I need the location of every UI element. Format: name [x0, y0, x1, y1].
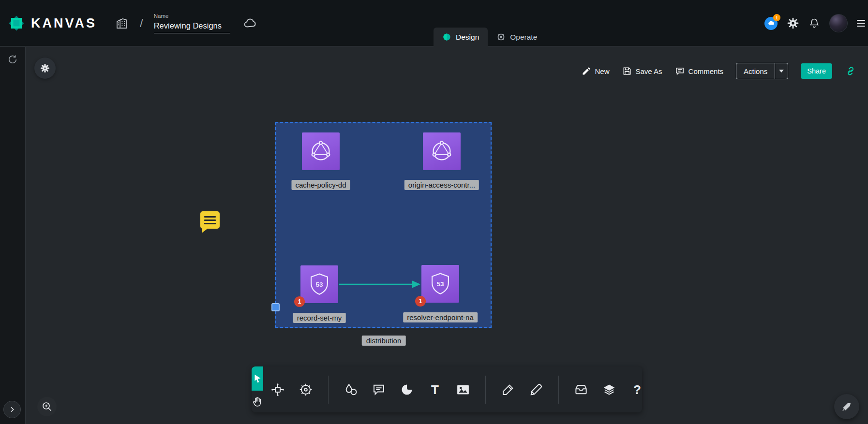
edge-arrow	[338, 277, 421, 294]
node-origin-access[interactable]: origin-access-contr...	[423, 132, 461, 170]
group-label: distribution	[362, 336, 406, 346]
flower-menu-button[interactable]	[34, 58, 56, 79]
node-label: origin-access-contr...	[404, 180, 479, 190]
notifications-bell-icon[interactable]	[808, 17, 820, 29]
cloudfront-icon	[429, 138, 455, 164]
toolbar-divider	[558, 376, 559, 404]
help-icon: ?	[633, 383, 641, 396]
user-count-badge: 1	[773, 14, 780, 21]
sticker-tool-button[interactable]	[399, 381, 415, 398]
new-button[interactable]: New	[582, 66, 610, 76]
selection-group[interactable]: cache-policy-dd origin-access-contr...	[275, 122, 492, 328]
settings-gear-icon[interactable]	[787, 17, 799, 29]
node-label: record-set-my	[293, 313, 346, 323]
comments-label: Comments	[688, 67, 724, 75]
caret-down-icon	[779, 70, 784, 73]
pencil-tool-icon	[529, 382, 543, 397]
kanvas-logo[interactable]: KANVAS	[7, 14, 97, 33]
menu-icon[interactable]	[857, 20, 865, 27]
node-resolver-endpoint[interactable]: 53 1 resolver-endpoint-na	[421, 265, 459, 303]
route53-icon: 53	[306, 271, 332, 297]
cloud-user-icon[interactable]: 1	[764, 17, 778, 30]
comment-tool-icon	[372, 382, 386, 397]
text-tool-icon: T	[431, 383, 439, 396]
flowchart-tool-button[interactable]	[269, 381, 286, 398]
toolbar-icons: T	[263, 366, 645, 412]
header-left: KANVAS / Name	[7, 0, 257, 46]
comment-marker[interactable]	[200, 211, 220, 229]
zoom-in-button[interactable]	[37, 397, 57, 416]
node-cache-policy[interactable]: cache-policy-dd	[302, 132, 340, 170]
image-tool-button[interactable]	[455, 381, 471, 398]
stylus-fab-button[interactable]	[834, 394, 859, 419]
pen-tool-button[interactable]	[500, 381, 516, 398]
flower-icon	[39, 62, 51, 74]
select-tool-button[interactable]	[252, 366, 263, 391]
layers-icon	[602, 382, 616, 397]
pan-hand-icon	[252, 396, 263, 408]
chevron-right-icon	[8, 405, 16, 414]
name-label: Name	[154, 13, 230, 19]
help-tool-button[interactable]: ?	[629, 381, 645, 398]
header-right: 1	[764, 0, 865, 46]
new-label: New	[595, 67, 610, 75]
breadcrumb-separator: /	[140, 16, 143, 30]
organization-icon[interactable]	[115, 17, 128, 30]
text-tool-button[interactable]: T	[427, 381, 443, 398]
cloud-icon[interactable]	[243, 16, 257, 30]
shapes-icon	[344, 382, 358, 397]
main-area: New Save As	[0, 47, 868, 424]
svg-text:53: 53	[436, 280, 444, 288]
pen-tool-icon	[501, 382, 515, 397]
share-label: Share	[807, 67, 826, 75]
sync-icon[interactable]	[7, 54, 18, 67]
pan-tool-button[interactable]	[252, 391, 263, 412]
tab-design[interactable]: Design	[434, 28, 488, 46]
image-tool-icon	[456, 382, 470, 397]
actions-button: Actions	[736, 63, 788, 79]
drawer-icon	[574, 382, 588, 397]
actions-dropdown-button[interactable]	[775, 63, 788, 79]
node-label: resolver-endpoint-na	[403, 312, 478, 322]
flowchart-icon	[270, 382, 285, 397]
design-tab-icon	[442, 32, 451, 42]
resize-handle[interactable]	[271, 303, 280, 311]
shapes-tool-button[interactable]	[343, 381, 359, 398]
avatar[interactable]	[829, 14, 848, 32]
stylus-icon	[840, 400, 853, 413]
shapes-toolbar: T	[252, 366, 642, 412]
svg-text:53: 53	[315, 281, 323, 288]
node-record-set[interactable]: 53 1 record-set-my	[300, 265, 338, 303]
node-issue-badge: 1	[415, 296, 426, 307]
mode-tabs: Design Operate	[434, 28, 546, 46]
logo-text: KANVAS	[31, 16, 97, 31]
kubernetes-helm-icon	[299, 382, 313, 397]
node-issue-badge: 1	[294, 296, 305, 307]
comments-icon	[675, 66, 685, 76]
node-label: cache-policy-dd	[291, 180, 350, 190]
sidebar	[0, 47, 26, 424]
layers-tool-button[interactable]	[601, 381, 617, 398]
save-as-button[interactable]: Save As	[622, 66, 662, 76]
save-icon	[622, 66, 632, 76]
actions-main[interactable]: Actions	[736, 63, 775, 79]
comment-tool-button[interactable]	[371, 381, 387, 398]
tab-operate-label: Operate	[510, 33, 537, 42]
link-icon[interactable]	[845, 65, 856, 77]
design-name-input[interactable]	[154, 20, 230, 33]
comments-button[interactable]: Comments	[675, 66, 724, 76]
actions-label: Actions	[744, 67, 767, 75]
sidebar-expand-button[interactable]	[3, 401, 21, 418]
tab-design-label: Design	[456, 33, 479, 42]
tab-operate[interactable]: Operate	[488, 28, 546, 46]
share-button[interactable]: Share	[801, 63, 832, 79]
pencil-tool-button[interactable]	[528, 381, 544, 398]
operate-tab-icon	[496, 32, 506, 42]
design-name-field: Name	[154, 13, 230, 33]
drawer-tool-button[interactable]	[573, 381, 589, 398]
design-canvas[interactable]: New Save As	[26, 47, 868, 424]
toolbar-divider	[328, 376, 329, 404]
kubernetes-tool-button[interactable]	[298, 381, 314, 398]
route53-icon: 53	[427, 271, 453, 297]
toolbar-divider	[485, 376, 486, 404]
